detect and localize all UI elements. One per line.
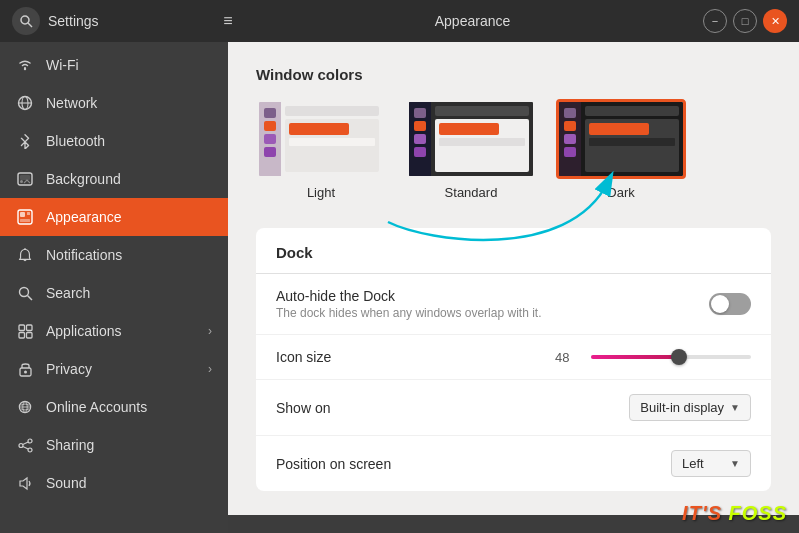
sidebar-item-sharing-label: Sharing [46, 437, 94, 453]
icon-size-slider[interactable] [591, 355, 751, 359]
sidebar-item-privacy[interactable]: Privacy › [0, 350, 228, 388]
window-colors-title: Window colors [256, 66, 771, 83]
autohide-label: Auto-hide the Dock [276, 288, 709, 304]
color-option-light[interactable]: Light [256, 99, 386, 200]
sidebar-item-search[interactable]: Search [0, 274, 228, 312]
appearance-title: Appearance [435, 13, 511, 29]
autohide-label-group: Auto-hide the Dock The dock hides when a… [276, 288, 709, 320]
applications-icon [16, 322, 34, 340]
icon-size-row: Icon size 48 [256, 335, 771, 380]
position-label: Position on screen [276, 456, 671, 472]
position-value: Left [682, 456, 704, 471]
privacy-chevron: › [208, 362, 212, 376]
sound-icon [16, 474, 34, 492]
icon-size-slider-container: 48 [555, 350, 751, 365]
icon-size-label: Icon size [276, 349, 555, 365]
sidebar-item-bluetooth[interactable]: Bluetooth [0, 122, 228, 160]
sidebar-item-privacy-label: Privacy [46, 361, 92, 377]
privacy-icon [16, 360, 34, 378]
sidebar-item-background-label: Background [46, 171, 121, 187]
sidebar-item-applications-label: Applications [46, 323, 122, 339]
slider-thumb[interactable] [671, 349, 687, 365]
watermark-prefix: IT'S [682, 502, 728, 524]
sidebar-item-network[interactable]: Network [0, 84, 228, 122]
light-label: Light [307, 185, 335, 200]
sidebar-item-notifications[interactable]: Notifications [0, 236, 228, 274]
minimize-button[interactable]: − [703, 9, 727, 33]
background-icon [16, 170, 34, 188]
position-row: Position on screen Left ▼ [256, 436, 771, 491]
sidebar-item-appearance[interactable]: Appearance [0, 198, 228, 236]
titlebar-center: Appearance [242, 13, 703, 29]
svg-rect-12 [20, 219, 30, 222]
search-icon [16, 284, 34, 302]
sidebar: Wi-Fi Network Bluetooth [0, 42, 228, 533]
watermark-suffix: FOSS [729, 502, 787, 524]
window-colors-options: Light [256, 99, 771, 200]
sidebar-item-appearance-label: Appearance [46, 209, 122, 225]
maximize-button[interactable]: □ [733, 9, 757, 33]
window-colors-section: Window colors [256, 66, 771, 200]
svg-rect-10 [20, 212, 25, 217]
wifi-icon [16, 56, 34, 74]
svg-rect-18 [26, 332, 32, 338]
menu-button[interactable]: ≡ [214, 7, 242, 35]
dropdown-arrow-position: ▼ [730, 458, 740, 469]
dark-label: Dark [607, 185, 634, 200]
icon-size-value: 48 [555, 350, 579, 365]
position-dropdown[interactable]: Left ▼ [671, 450, 751, 477]
svg-point-24 [28, 439, 32, 443]
sidebar-item-sharing[interactable]: Sharing [0, 426, 228, 464]
svg-rect-16 [26, 325, 32, 331]
svg-rect-7 [20, 175, 30, 180]
show-on-label: Show on [276, 400, 629, 416]
show-on-row: Show on Built-in display ▼ [256, 380, 771, 436]
titlebar: Settings ≡ Appearance − □ ✕ [0, 0, 799, 42]
sidebar-item-search-label: Search [46, 285, 90, 301]
content-area: Window colors [228, 42, 799, 515]
search-icon-button[interactable] [12, 7, 40, 35]
appearance-icon [16, 208, 34, 226]
svg-point-0 [21, 16, 29, 24]
svg-line-28 [22, 446, 27, 449]
titlebar-right: − □ ✕ [703, 9, 787, 33]
svg-rect-11 [27, 212, 30, 215]
svg-line-27 [22, 442, 27, 445]
sidebar-item-notifications-label: Notifications [46, 247, 122, 263]
sidebar-item-wifi[interactable]: Wi-Fi [0, 46, 228, 84]
bluetooth-icon [16, 132, 34, 150]
dark-preview [556, 99, 686, 179]
watermark: IT'S FOSS [682, 502, 787, 525]
standard-label: Standard [445, 185, 498, 200]
show-on-value: Built-in display [640, 400, 724, 415]
svg-point-8 [20, 180, 23, 183]
dock-autohide-row: Auto-hide the Dock The dock hides when a… [256, 274, 771, 335]
sidebar-item-sound[interactable]: Sound [0, 464, 228, 502]
toggle-knob [711, 295, 729, 313]
svg-rect-15 [19, 325, 25, 331]
sidebar-item-online-accounts[interactable]: Online Accounts [0, 388, 228, 426]
light-preview [256, 99, 386, 179]
sidebar-item-network-label: Network [46, 95, 97, 111]
svg-point-2 [24, 68, 26, 70]
notifications-icon [16, 246, 34, 264]
svg-point-25 [19, 443, 23, 447]
svg-point-13 [19, 287, 28, 296]
color-option-dark[interactable]: Dark [556, 99, 686, 200]
titlebar-left: Settings ≡ [12, 7, 242, 35]
sidebar-item-wifi-label: Wi-Fi [46, 57, 79, 73]
autohide-sublabel: The dock hides when any windows overlap … [276, 306, 709, 320]
sidebar-item-online-accounts-label: Online Accounts [46, 399, 147, 415]
sidebar-item-applications[interactable]: Applications › [0, 312, 228, 350]
network-icon [16, 94, 34, 112]
sharing-icon [16, 436, 34, 454]
standard-preview [406, 99, 536, 179]
close-button[interactable]: ✕ [763, 9, 787, 33]
svg-rect-17 [19, 332, 25, 338]
sidebar-item-background[interactable]: Background [0, 160, 228, 198]
svg-line-14 [27, 295, 32, 300]
autohide-toggle[interactable] [709, 293, 751, 315]
main-area: Wi-Fi Network Bluetooth [0, 42, 799, 533]
color-option-standard[interactable]: Standard [406, 99, 536, 200]
show-on-dropdown[interactable]: Built-in display ▼ [629, 394, 751, 421]
